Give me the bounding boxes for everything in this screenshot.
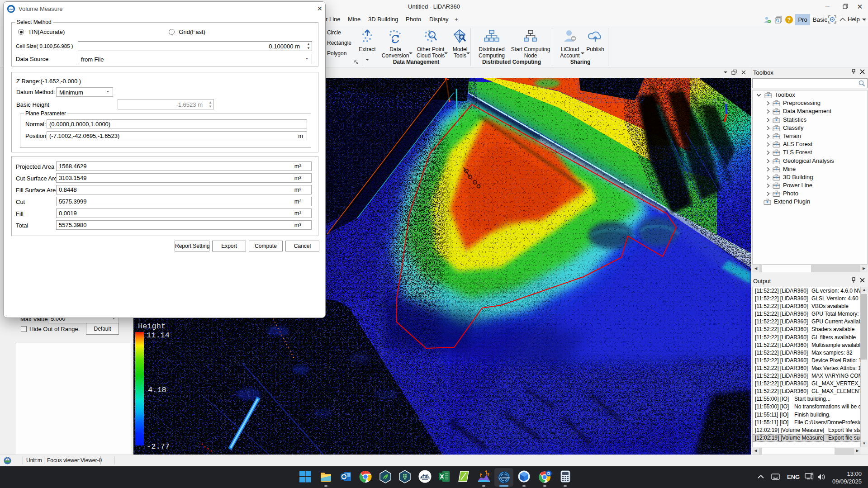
svg-text:LiDAR360: LiDAR360 bbox=[498, 476, 510, 479]
svg-text:LiDAR: LiDAR bbox=[8, 8, 14, 10]
svg-text:-2.77: -2.77 bbox=[147, 442, 170, 451]
svg-text:?: ? bbox=[787, 17, 791, 23]
svg-text:Height: Height bbox=[138, 322, 166, 331]
svg-text:4.18: 4.18 bbox=[148, 386, 166, 394]
svg-text:11.14: 11.14 bbox=[147, 331, 170, 340]
svg-text:D: D bbox=[547, 471, 550, 476]
